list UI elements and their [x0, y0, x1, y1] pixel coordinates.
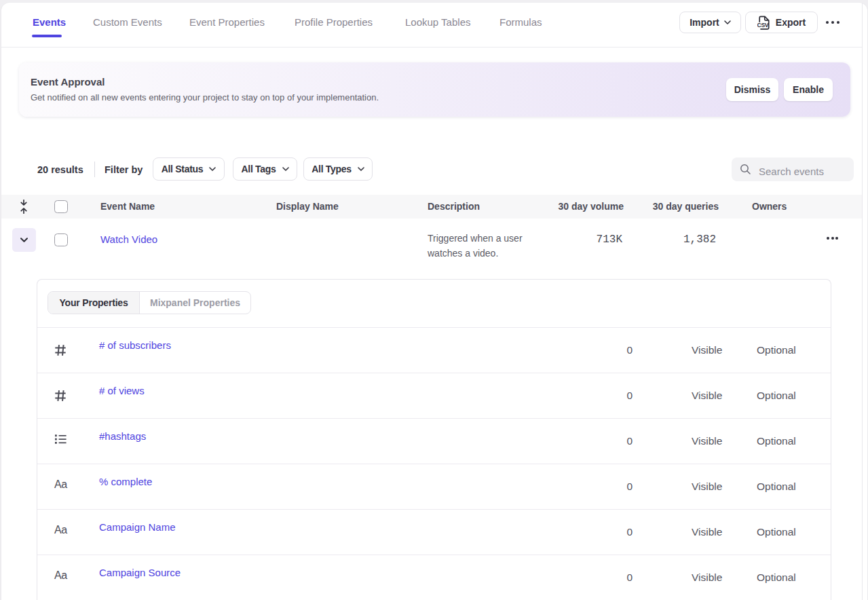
- svg-text:CSV: CSV: [757, 22, 769, 29]
